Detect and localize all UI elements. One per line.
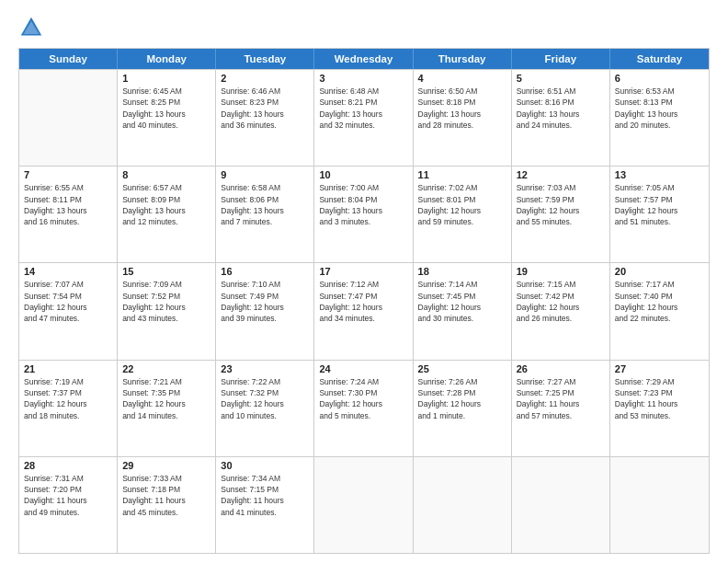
day-info: Sunrise: 6:50 AM Sunset: 8:18 PM Dayligh… (418, 86, 506, 131)
day-number: 15 (122, 266, 210, 277)
cal-cell: 17Sunrise: 7:12 AM Sunset: 7:47 PM Dayli… (314, 263, 413, 359)
day-info: Sunrise: 7:12 AM Sunset: 7:47 PM Dayligh… (319, 279, 407, 324)
day-info: Sunrise: 7:21 AM Sunset: 7:35 PM Dayligh… (122, 376, 210, 421)
cal-cell: 21Sunrise: 7:19 AM Sunset: 7:37 PM Dayli… (19, 361, 118, 456)
cal-cell: 23Sunrise: 7:22 AM Sunset: 7:32 PM Dayli… (216, 361, 314, 456)
logo (18, 15, 48, 40)
cal-cell: 6Sunrise: 6:53 AM Sunset: 8:13 PM Daylig… (610, 70, 709, 166)
day-info: Sunrise: 7:14 AM Sunset: 7:45 PM Dayligh… (418, 279, 506, 324)
day-number: 9 (221, 169, 309, 180)
day-number: 25 (418, 363, 506, 374)
day-info: Sunrise: 6:45 AM Sunset: 8:25 PM Dayligh… (122, 86, 210, 131)
day-info: Sunrise: 7:24 AM Sunset: 7:30 PM Dayligh… (319, 376, 407, 421)
day-info: Sunrise: 6:46 AM Sunset: 8:23 PM Dayligh… (221, 86, 309, 131)
day-info: Sunrise: 7:05 AM Sunset: 7:57 PM Dayligh… (615, 182, 704, 227)
cal-cell: 13Sunrise: 7:05 AM Sunset: 7:57 PM Dayli… (610, 167, 709, 262)
cal-cell (610, 457, 709, 553)
day-number: 6 (615, 73, 704, 84)
cal-cell: 7Sunrise: 6:55 AM Sunset: 8:11 PM Daylig… (19, 167, 118, 262)
day-number: 21 (24, 363, 112, 374)
cal-cell: 16Sunrise: 7:10 AM Sunset: 7:49 PM Dayli… (216, 263, 314, 359)
cal-cell: 8Sunrise: 6:57 AM Sunset: 8:09 PM Daylig… (118, 167, 216, 262)
day-info: Sunrise: 6:55 AM Sunset: 8:11 PM Dayligh… (24, 182, 112, 227)
day-info: Sunrise: 6:53 AM Sunset: 8:13 PM Dayligh… (615, 86, 704, 131)
header-cell-thursday: Thursday (414, 49, 512, 69)
day-info: Sunrise: 7:03 AM Sunset: 7:59 PM Dayligh… (517, 182, 605, 227)
cal-cell: 25Sunrise: 7:26 AM Sunset: 7:28 PM Dayli… (414, 361, 512, 456)
cal-cell: 19Sunrise: 7:15 AM Sunset: 7:42 PM Dayli… (512, 263, 610, 359)
day-number: 17 (319, 266, 407, 277)
cal-cell: 27Sunrise: 7:29 AM Sunset: 7:23 PM Dayli… (610, 361, 709, 456)
day-number: 19 (517, 266, 605, 277)
day-info: Sunrise: 7:27 AM Sunset: 7:25 PM Dayligh… (517, 376, 605, 421)
cal-cell: 15Sunrise: 7:09 AM Sunset: 7:52 PM Dayli… (118, 263, 216, 359)
cal-cell: 5Sunrise: 6:51 AM Sunset: 8:16 PM Daylig… (512, 70, 610, 166)
header-cell-wednesday: Wednesday (314, 49, 413, 69)
day-number: 28 (24, 460, 112, 471)
day-info: Sunrise: 7:19 AM Sunset: 7:37 PM Dayligh… (24, 376, 112, 421)
day-number: 29 (122, 460, 210, 471)
day-info: Sunrise: 6:58 AM Sunset: 8:06 PM Dayligh… (221, 182, 309, 227)
cal-cell: 12Sunrise: 7:03 AM Sunset: 7:59 PM Dayli… (512, 167, 610, 262)
day-number: 11 (418, 169, 506, 180)
day-number: 16 (221, 266, 309, 277)
day-number: 4 (418, 73, 506, 84)
day-number: 3 (319, 73, 407, 84)
cal-cell: 11Sunrise: 7:02 AM Sunset: 8:01 PM Dayli… (414, 167, 512, 262)
cal-cell: 30Sunrise: 7:34 AM Sunset: 7:15 PM Dayli… (216, 457, 314, 553)
cal-cell: 3Sunrise: 6:48 AM Sunset: 8:21 PM Daylig… (314, 70, 413, 166)
cal-cell (512, 457, 610, 553)
cal-cell (19, 70, 118, 166)
header-cell-monday: Monday (118, 49, 216, 69)
day-info: Sunrise: 7:26 AM Sunset: 7:28 PM Dayligh… (418, 376, 506, 421)
week-row-2: 7Sunrise: 6:55 AM Sunset: 8:11 PM Daylig… (19, 166, 709, 262)
day-number: 24 (319, 363, 407, 374)
day-info: Sunrise: 7:29 AM Sunset: 7:23 PM Dayligh… (615, 376, 704, 421)
day-info: Sunrise: 7:22 AM Sunset: 7:32 PM Dayligh… (221, 376, 309, 421)
day-info: Sunrise: 7:10 AM Sunset: 7:49 PM Dayligh… (221, 279, 309, 324)
day-info: Sunrise: 7:02 AM Sunset: 8:01 PM Dayligh… (418, 182, 506, 227)
day-number: 8 (122, 169, 210, 180)
day-number: 5 (517, 73, 605, 84)
cal-cell: 29Sunrise: 7:33 AM Sunset: 7:18 PM Dayli… (118, 457, 216, 553)
day-info: Sunrise: 7:07 AM Sunset: 7:54 PM Dayligh… (24, 279, 112, 324)
day-info: Sunrise: 7:09 AM Sunset: 7:52 PM Dayligh… (122, 279, 210, 324)
header-cell-sunday: Sunday (19, 49, 118, 69)
header-cell-friday: Friday (512, 49, 610, 69)
cal-cell: 9Sunrise: 6:58 AM Sunset: 8:06 PM Daylig… (216, 167, 314, 262)
cal-cell: 22Sunrise: 7:21 AM Sunset: 7:35 PM Dayli… (118, 361, 216, 456)
day-number: 7 (24, 169, 112, 180)
cal-cell: 14Sunrise: 7:07 AM Sunset: 7:54 PM Dayli… (19, 263, 118, 359)
day-info: Sunrise: 7:33 AM Sunset: 7:18 PM Dayligh… (122, 473, 210, 518)
week-row-1: 1Sunrise: 6:45 AM Sunset: 8:25 PM Daylig… (19, 69, 709, 166)
cal-cell: 28Sunrise: 7:31 AM Sunset: 7:20 PM Dayli… (19, 457, 118, 553)
day-info: Sunrise: 7:34 AM Sunset: 7:15 PM Dayligh… (221, 473, 309, 518)
day-number: 30 (221, 460, 309, 471)
day-number: 13 (615, 169, 704, 180)
cal-cell: 2Sunrise: 6:46 AM Sunset: 8:23 PM Daylig… (216, 70, 314, 166)
cal-cell: 26Sunrise: 7:27 AM Sunset: 7:25 PM Dayli… (512, 361, 610, 456)
cal-cell: 18Sunrise: 7:14 AM Sunset: 7:45 PM Dayli… (414, 263, 512, 359)
calendar-body: 1Sunrise: 6:45 AM Sunset: 8:25 PM Daylig… (19, 69, 709, 553)
day-info: Sunrise: 6:51 AM Sunset: 8:16 PM Dayligh… (517, 86, 605, 131)
day-info: Sunrise: 6:57 AM Sunset: 8:09 PM Dayligh… (122, 182, 210, 227)
day-number: 23 (221, 363, 309, 374)
header-cell-saturday: Saturday (610, 49, 709, 69)
day-number: 22 (122, 363, 210, 374)
cal-cell: 20Sunrise: 7:17 AM Sunset: 7:40 PM Dayli… (610, 263, 709, 359)
week-row-4: 21Sunrise: 7:19 AM Sunset: 7:37 PM Dayli… (19, 360, 709, 456)
cal-cell: 4Sunrise: 6:50 AM Sunset: 8:18 PM Daylig… (414, 70, 512, 166)
week-row-3: 14Sunrise: 7:07 AM Sunset: 7:54 PM Dayli… (19, 262, 709, 359)
day-number: 14 (24, 266, 112, 277)
cal-cell: 24Sunrise: 7:24 AM Sunset: 7:30 PM Dayli… (314, 361, 413, 456)
cal-cell (414, 457, 512, 553)
header-cell-tuesday: Tuesday (216, 49, 314, 69)
day-number: 12 (517, 169, 605, 180)
cal-cell: 10Sunrise: 7:00 AM Sunset: 8:04 PM Dayli… (314, 167, 413, 262)
day-number: 2 (221, 73, 309, 84)
day-info: Sunrise: 7:31 AM Sunset: 7:20 PM Dayligh… (24, 473, 112, 518)
cal-cell: 1Sunrise: 6:45 AM Sunset: 8:25 PM Daylig… (118, 70, 216, 166)
day-number: 1 (122, 73, 210, 84)
day-number: 10 (319, 169, 407, 180)
day-number: 26 (517, 363, 605, 374)
